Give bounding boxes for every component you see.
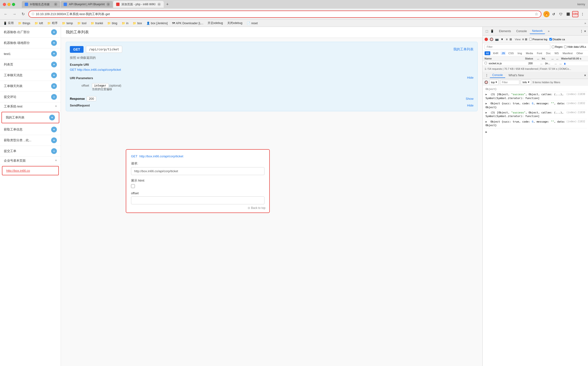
camera-button[interactable]: 📷: [495, 38, 499, 41]
type-tab-manifest[interactable]: Manifest: [561, 51, 574, 55]
type-tab-doc[interactable]: Doc: [545, 51, 552, 55]
bookmark-box-jenkins[interactable]: 👤 box [Jenkins]: [145, 21, 169, 25]
bookmark-blog[interactable]: 📁 blog: [106, 21, 119, 25]
row-checkbox[interactable]: [485, 62, 487, 64]
top-selector[interactable]: top ▾: [489, 80, 499, 85]
console-close-btn[interactable]: ×: [584, 73, 586, 77]
view-icon-1[interactable]: ≡: [522, 38, 524, 41]
bookmark-reset[interactable]: 📄 reset: [245, 21, 259, 25]
tab-3[interactable]: 添加页面 - php - in66 WIKI ×: [113, 1, 163, 8]
type-tab-js[interactable]: JS: [501, 52, 506, 55]
offset-input[interactable]: [131, 196, 264, 204]
back-to-top-button[interactable]: ⊙ Back to top: [248, 206, 265, 210]
bookmark-close-xdebug[interactable]: 关闭xdebug: [226, 21, 244, 26]
tab-2[interactable]: API Blueprint | API Blueprint ×: [61, 1, 113, 8]
bookmark-trunkii[interactable]: 📁 trunkii: [89, 21, 104, 25]
type-tab-all[interactable]: All: [485, 51, 490, 55]
console-options-btn[interactable]: ⋮: [485, 73, 489, 77]
hide-params-button[interactable]: Hide: [467, 76, 473, 79]
console-filter-input[interactable]: [500, 80, 519, 85]
devtools-tab-console[interactable]: Console: [514, 29, 529, 34]
sidebar-item-list[interactable]: 列表页 ▾: [0, 59, 61, 70]
sidebar-item-test1[interactable]: test1 ▾: [0, 48, 61, 59]
bookmark-apps[interactable]: 📱 应用: [2, 21, 15, 26]
forward-button[interactable]: →: [11, 11, 18, 17]
view-grid-button[interactable]: ⊞: [510, 38, 512, 41]
tab-close-2[interactable]: ×: [107, 3, 110, 6]
api-title-link[interactable]: 我的工单列表: [453, 47, 473, 52]
type-tab-img[interactable]: Img: [516, 51, 523, 55]
refresh-button[interactable]: ↻: [20, 11, 26, 17]
nav-action-2[interactable]: ↺: [550, 11, 557, 17]
bookmark-things[interactable]: 📁 things: [16, 21, 32, 25]
bookmark-loft[interactable]: 📁 loft: [33, 21, 44, 25]
log-arrow-1[interactable]: ▶: [486, 92, 489, 96]
expand-icon[interactable]: ▶: [486, 130, 487, 134]
devtools-device-btn[interactable]: 📱: [490, 29, 494, 33]
request-url-input[interactable]: [131, 167, 264, 175]
bookmark-button[interactable]: ☆: [535, 12, 538, 16]
hide-send-button[interactable]: Hide: [467, 104, 473, 107]
sidebar-item-factory[interactable]: 机器验收-出厂部分 ▾: [0, 27, 61, 38]
bookmark-tool[interactable]: 📁 tool: [76, 21, 88, 25]
view-icon-2[interactable]: ⊞: [525, 38, 527, 41]
sidebar-item-chat-list[interactable]: 工单聊天列表 ▾: [0, 81, 61, 92]
record-button[interactable]: [485, 38, 488, 41]
regex-checkbox[interactable]: [552, 46, 554, 48]
type-tab-xhr[interactable]: XHR: [491, 51, 500, 55]
filter-input[interactable]: [485, 44, 550, 49]
hide-data-checkbox[interactable]: [564, 46, 567, 48]
sidebar-item-category[interactable]: 获取类型分类，此... ▾: [0, 135, 61, 146]
sidebar-item-submit-ticket[interactable]: 提交工单 +: [0, 146, 61, 157]
type-tab-media[interactable]: Media: [524, 51, 534, 55]
devtools-inspect-btn[interactable]: ⬚: [485, 29, 489, 33]
bookmark-chengxu[interactable]: 📁 程序: [46, 21, 59, 26]
nav-action-5[interactable]: CRS: [572, 11, 578, 17]
sidebar-item-my-tickets[interactable]: 我的工单列表 ▾: [1, 112, 59, 123]
devtools-tab-elements[interactable]: Elements: [496, 29, 513, 34]
type-tab-ws[interactable]: WS: [553, 51, 560, 55]
log-arrow-4[interactable]: ▶: [486, 120, 489, 123]
nav-action-6[interactable]: ⋮: [579, 11, 586, 17]
html-checkbox[interactable]: [131, 184, 135, 188]
type-tab-font[interactable]: Font: [535, 51, 544, 55]
sidebar-item-comment[interactable]: 提交评论 +: [0, 92, 61, 102]
tab-1[interactable]: In智能生态传媒 ×: [22, 1, 60, 8]
console-tab-console[interactable]: Console: [490, 73, 505, 78]
back-button[interactable]: ←: [2, 11, 9, 17]
address-bar[interactable]: ⓘ 10.10.109.213:3000/#工单系统-test-我的工单列表-g…: [28, 11, 542, 18]
bookmark-in[interactable]: 📁 in: [120, 21, 130, 25]
bookmark-temp[interactable]: 📁 temp: [61, 21, 74, 25]
nav-action-1[interactable]: 🔥: [543, 11, 549, 17]
bookmark-box[interactable]: 📁 box: [131, 21, 143, 25]
bookmark-open-xdebug[interactable]: 开启xdebug: [206, 21, 224, 26]
log-arrow-3[interactable]: ▶: [486, 111, 489, 114]
new-tab-button[interactable]: +: [164, 1, 171, 8]
example-url[interactable]: http://box.in66.co/api/corp/ticket: [77, 68, 121, 71]
tab-close-3[interactable]: ×: [157, 3, 161, 6]
type-tab-css[interactable]: CSS: [507, 51, 515, 55]
log-arrow-2[interactable]: ▶: [486, 102, 489, 105]
close-button[interactable]: [3, 3, 6, 6]
sidebar-item-chat-msg[interactable]: 工单聊天消息 ▾: [0, 70, 61, 81]
bookmark-apk[interactable]: 🗺 APK Downloader [L...: [171, 21, 205, 25]
nav-action-4[interactable]: ⬛: [565, 11, 571, 17]
type-tab-other[interactable]: Other: [575, 51, 585, 55]
devtools-close-icon[interactable]: ×: [584, 29, 586, 33]
devtools-tab-network[interactable]: Network: [530, 28, 545, 34]
stop-button[interactable]: 🚫: [490, 38, 493, 41]
console-tab-whatsnew[interactable]: What's New: [506, 73, 526, 78]
sidebar-link[interactable]: http://box.in66.co: [2, 166, 59, 175]
nav-action-3[interactable]: 🛡: [558, 11, 564, 17]
filter-button[interactable]: ▼: [501, 38, 504, 41]
devtools-tab-more[interactable]: »: [546, 29, 552, 34]
show-response-button[interactable]: Show: [466, 97, 473, 100]
network-row-socket[interactable]: socket.io.js 200 ... (in... ... ...: [483, 61, 588, 66]
sidebar-item-site[interactable]: 机器验收-场地部分 ▾: [0, 38, 61, 48]
tab-close-1[interactable]: ×: [54, 3, 57, 6]
bookmarks-more[interactable]: »: [584, 22, 586, 25]
minimize-button[interactable]: [8, 3, 11, 6]
console-clear-btn[interactable]: 🚫: [485, 81, 488, 84]
devtools-settings-icon[interactable]: ⋮: [580, 29, 583, 33]
maximize-button[interactable]: [12, 3, 15, 6]
